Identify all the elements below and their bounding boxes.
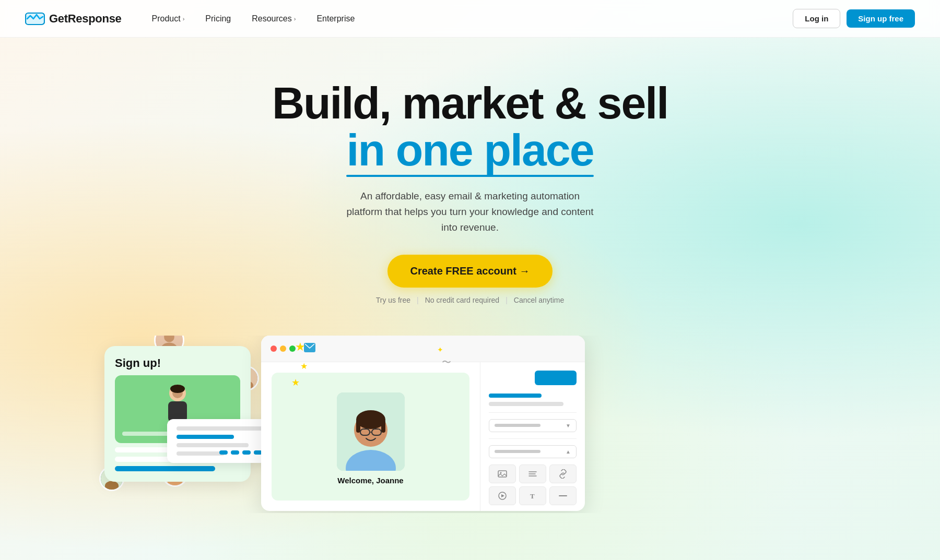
tool-align[interactable]	[519, 464, 546, 483]
hero-title-line2: in one place	[346, 126, 593, 173]
hero-section: Build, market & sell in one place An aff…	[0, 38, 940, 336]
sidebar-row-1	[489, 402, 563, 406]
logo[interactable]: GetResponse	[25, 11, 122, 26]
star-2: ★	[300, 361, 308, 371]
star-3: ★	[291, 377, 300, 388]
divider-icon	[558, 491, 568, 501]
window-titlebar	[261, 336, 585, 362]
tool-divider[interactable]	[549, 486, 577, 505]
fine-print-3: Cancel anytime	[514, 296, 565, 304]
resources-chevron: ›	[294, 16, 296, 22]
sidebar-tools: T	[489, 464, 577, 505]
link-icon	[558, 469, 568, 479]
hero-illustrations: Sign up!	[0, 336, 940, 513]
align-icon	[528, 469, 537, 479]
hero-title-line1: Build, market & sell	[272, 79, 668, 126]
cta-button[interactable]: Create FREE account →	[387, 255, 553, 288]
nav-links: Product › Pricing Resources › Enterprise	[143, 10, 793, 28]
login-button[interactable]: Log in	[793, 9, 840, 28]
welcome-text: Welcome, Joanne	[337, 476, 403, 485]
svg-text:T: T	[530, 492, 535, 500]
sidebar-blue-button	[535, 371, 577, 385]
nav-enterprise[interactable]: Enterprise	[307, 10, 364, 28]
email-editor-sidebar: ▼ ▲	[480, 362, 585, 511]
product-chevron: ›	[183, 16, 185, 22]
email-logo-icon	[304, 343, 315, 352]
nav-actions: Log in Sign up free	[793, 9, 915, 28]
fine-print-1: Try us free	[376, 296, 410, 304]
nav-pricing[interactable]: Pricing	[196, 10, 240, 28]
svg-point-22	[105, 481, 119, 491]
fine-print-2: No credit card required	[425, 296, 499, 304]
email-welcome-card: ★ ★ ★ ✦ 〜	[272, 373, 469, 501]
sidebar-dropdown-2[interactable]: ▲	[489, 445, 577, 458]
tool-link[interactable]	[549, 464, 577, 483]
signup-widget-title: Sign up!	[115, 356, 240, 370]
nav-resources[interactable]: Resources ›	[242, 10, 305, 28]
navbar: GetResponse Product › Pricing Resources …	[0, 0, 940, 38]
window-body: ★ ★ ★ ✦ 〜	[261, 362, 585, 511]
star-1: ★	[295, 340, 306, 354]
svg-rect-37	[381, 420, 385, 433]
sidebar-dropdown-1[interactable]: ▼	[489, 419, 577, 432]
sidebar-row-blue	[489, 394, 542, 398]
hero-fine-print: Try us free | No credit card required | …	[376, 296, 565, 304]
hero-subtitle: An affordable, easy email & marketing au…	[345, 188, 595, 236]
svg-point-35	[356, 410, 385, 429]
email-editor-window: ★ ★ ★ ✦ 〜	[261, 336, 585, 511]
tool-play[interactable]	[489, 486, 516, 505]
squiggle: 〜	[442, 356, 451, 368]
tool-image[interactable]	[489, 464, 516, 483]
sidebar-divider-2	[489, 438, 577, 439]
window-dot-red	[271, 345, 277, 352]
star-4: ✦	[437, 345, 443, 354]
window-dot-yellow	[280, 345, 286, 352]
image-icon	[498, 469, 507, 479]
svg-rect-36	[356, 420, 360, 433]
play-icon	[498, 491, 507, 501]
email-main: ★ ★ ★ ✦ 〜	[261, 362, 480, 511]
brand-name: GetResponse	[49, 12, 122, 26]
svg-point-29	[170, 385, 185, 393]
logo-icon	[25, 11, 45, 26]
text-icon: T	[528, 491, 537, 501]
welcome-person-illustration	[337, 392, 405, 471]
svg-point-42	[500, 472, 502, 473]
sidebar-divider-1	[489, 412, 577, 413]
signup-button[interactable]: Sign up free	[847, 9, 915, 28]
svg-marker-47	[501, 494, 504, 497]
tool-text[interactable]: T	[519, 486, 546, 505]
nav-product[interactable]: Product ›	[143, 10, 194, 28]
